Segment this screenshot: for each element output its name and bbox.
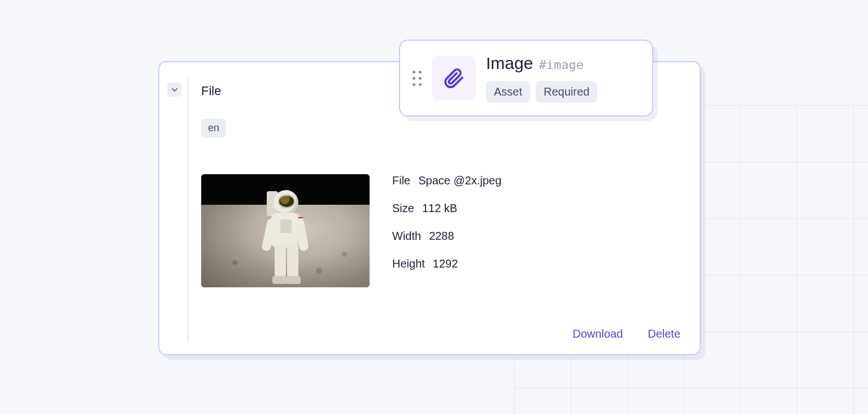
field-badge: Image #image Asset Required [399, 40, 653, 117]
meta-key-width: Width [392, 230, 421, 243]
download-button[interactable]: Download [572, 327, 623, 340]
meta-val-size: 112 kB [422, 202, 457, 215]
chip-asset: Asset [486, 81, 530, 103]
file-content-row: File Space @2x.jpeg Size 112 kB Width 22… [201, 174, 501, 287]
image-thumbnail[interactable] [201, 174, 370, 287]
section-title: File [201, 84, 221, 98]
section-divider [188, 78, 189, 343]
language-chip[interactable]: en [201, 119, 226, 137]
meta-key-size: Size [392, 202, 414, 215]
meta-val-file: Space @2x.jpeg [418, 174, 501, 187]
meta-row-height: Height 1292 [392, 257, 501, 270]
field-title: Image [486, 54, 533, 73]
chip-required: Required [536, 81, 597, 103]
field-title-row: Image #image [486, 54, 597, 73]
meta-row-size: Size 112 kB [392, 202, 501, 215]
meta-row-file: File Space @2x.jpeg [392, 174, 501, 187]
meta-val-height: 1292 [433, 257, 458, 270]
meta-val-width: 2288 [429, 230, 454, 243]
field-slug: #image [539, 58, 583, 72]
file-actions: Download Delete [572, 327, 680, 340]
chevron-down-icon [171, 87, 178, 93]
field-badge-text: Image #image Asset Required [486, 54, 597, 103]
attachment-icon [442, 67, 465, 89]
field-chips: Asset Required [486, 81, 597, 103]
field-icon-box [432, 56, 476, 100]
meta-key-file: File [392, 174, 410, 187]
delete-button[interactable]: Delete [648, 327, 680, 340]
file-metadata: File Space @2x.jpeg Size 112 kB Width 22… [392, 174, 501, 287]
collapse-button[interactable] [167, 83, 181, 97]
meta-key-height: Height [392, 257, 425, 270]
drag-handle-icon[interactable] [413, 71, 422, 86]
meta-row-width: Width 2288 [392, 230, 501, 243]
